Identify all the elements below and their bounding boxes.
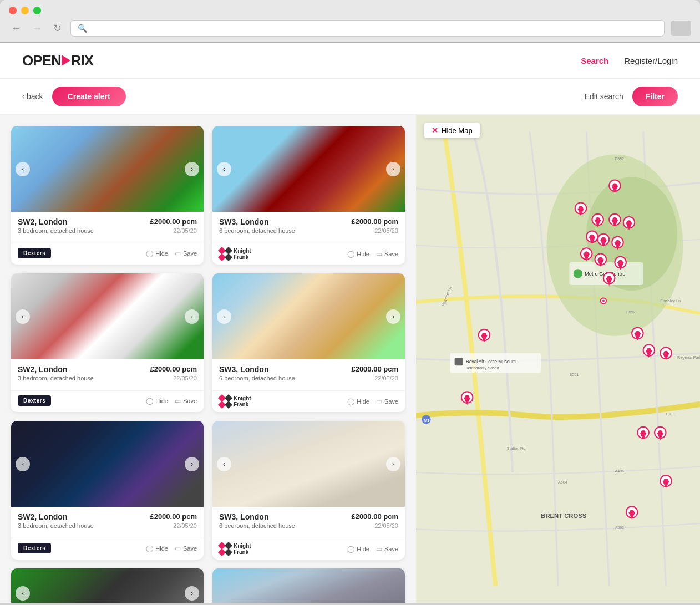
card-prev-button[interactable]: ‹: [217, 162, 231, 176]
card-prev-button[interactable]: ‹: [217, 457, 231, 471]
hide-button[interactable]: ◯ Hide: [146, 545, 168, 552]
svg-point-74: [663, 351, 668, 355]
svg-text:M1: M1: [424, 419, 429, 423]
kf-text: KnightFrank: [234, 395, 251, 408]
card-details: 6 bedroom, detached house: [219, 522, 295, 529]
save-button[interactable]: ▭ Save: [175, 250, 197, 257]
card-next-button[interactable]: ›: [386, 309, 400, 324]
address-bar[interactable]: 🔍: [70, 20, 665, 37]
traffic-lights: [9, 7, 691, 14]
back-label: back: [27, 92, 43, 101]
save-button[interactable]: ▭ Save: [175, 545, 197, 552]
svg-point-35: [596, 217, 600, 222]
toolbar: ‹ back Create alert Edit search Filter: [0, 79, 700, 115]
card-next-button[interactable]: ›: [386, 162, 400, 176]
browser-chrome: ← → ↻ 🔍: [0, 0, 700, 42]
card-next-button[interactable]: ›: [185, 309, 199, 324]
card-actions: ◯ Hide ▭ Save: [146, 545, 197, 552]
nav-search-link[interactable]: Search: [581, 56, 608, 65]
svg-point-80: [641, 430, 646, 435]
card-prev-button[interactable]: ‹: [16, 457, 30, 471]
card-next-button[interactable]: ›: [386, 457, 400, 471]
card-prev-button[interactable]: ‹: [16, 586, 30, 601]
svg-text:BRENT CROSS: BRENT CROSS: [541, 512, 586, 519]
svg-point-65: [482, 333, 486, 337]
card-prev-button[interactable]: ‹: [217, 309, 231, 324]
hide-button[interactable]: ◯ Hide: [146, 397, 168, 405]
property-card: ‹ › SW3, London £2000.00 pcm 6 bedroom, …: [212, 126, 405, 265]
forward-nav-button[interactable]: →: [30, 21, 44, 37]
card-actions: ◯ Hide ▭ Save: [146, 397, 197, 405]
svg-point-44: [590, 235, 594, 239]
card-details: 6 bedroom, detached house: [219, 375, 295, 382]
logo-open: OPEN: [22, 52, 61, 69]
agent-badge: Dexters: [18, 543, 51, 553]
kf-text: KnightFrank: [234, 248, 251, 260]
svg-point-83: [658, 430, 662, 435]
card-next-button[interactable]: ›: [185, 457, 199, 471]
close-button[interactable]: [9, 7, 17, 14]
reload-button[interactable]: ↻: [51, 20, 64, 37]
partial-card-image-8: [212, 568, 405, 603]
header: OPENRIX Search Register/Login: [0, 43, 700, 79]
card-details: 6 bedroom, detached house: [219, 227, 295, 234]
property-card: ‹ › SW2, London £2000.00 pcm 3 bedroom, …: [11, 273, 204, 412]
header-nav: Search Register/Login: [581, 56, 678, 65]
kf-diamond-4: [225, 401, 232, 409]
bookmark-icon: ▭: [175, 250, 181, 257]
hide-button[interactable]: ◯ Hide: [146, 250, 168, 257]
svg-text:Finchley Ln: Finchley Ln: [660, 299, 681, 303]
card-info-row: SW3, London £2000.00 pcm: [219, 365, 398, 374]
card-details: 3 bedroom, detached house: [18, 227, 94, 234]
edit-search-link[interactable]: Edit search: [585, 92, 623, 101]
svg-point-86: [663, 479, 668, 483]
card-next-button[interactable]: ›: [185, 586, 199, 601]
logo: OPENRIX: [22, 52, 93, 69]
card-date: 22/05/20: [374, 375, 398, 382]
card-body: SW3, London £2000.00 pcm 6 bedroom, deta…: [212, 359, 405, 388]
card-image-5: ‹ ›: [11, 421, 204, 507]
hide-button[interactable]: ◯ Hide: [347, 250, 369, 258]
hide-map-button[interactable]: ✕ Hide Map: [424, 123, 480, 138]
map-svg: Metro Golf Centre Royal Air Force Museum…: [416, 115, 700, 603]
card-details-row: 3 bedroom, detached house 22/05/20: [18, 522, 197, 529]
create-alert-button[interactable]: Create alert: [52, 87, 126, 106]
save-button[interactable]: ▭ Save: [175, 397, 197, 405]
map-panel: ✕ Hide Map: [416, 115, 700, 603]
agent-badge-kf: KnightFrank: [219, 543, 251, 555]
card-actions: ◯ Hide ▭ Save: [347, 398, 398, 405]
property-card: ‹ › SW2, London £2000.00 pcm 3 bedroom, …: [11, 126, 204, 265]
svg-text:B551: B551: [569, 373, 579, 377]
save-button[interactable]: ▭ Save: [376, 398, 398, 405]
hide-label: Hide: [155, 250, 168, 257]
svg-point-77: [465, 395, 469, 400]
card-details-row: 3 bedroom, detached house 22/05/20: [18, 375, 197, 382]
card-prev-button[interactable]: ‹: [16, 162, 30, 176]
save-button[interactable]: ▭ Save: [376, 545, 398, 553]
card-info-row: SW3, London £2000.00 pcm: [219, 217, 398, 226]
hide-button[interactable]: ◯ Hide: [347, 398, 369, 405]
nav-login-link[interactable]: Register/Login: [624, 56, 678, 65]
hide-button[interactable]: ◯ Hide: [347, 545, 369, 553]
back-nav-button[interactable]: ←: [9, 21, 23, 37]
card-next-button[interactable]: ›: [185, 162, 199, 176]
property-card: ‹ › SW3, London £2000.00 pcm 6 bedroom, …: [212, 421, 405, 560]
hide-label: Hide: [357, 251, 369, 257]
maximize-button[interactable]: [33, 7, 41, 14]
svg-point-53: [584, 251, 589, 256]
close-icon: ✕: [432, 126, 438, 135]
back-link[interactable]: ‹ back: [22, 92, 43, 101]
browser-action-button[interactable]: [671, 21, 691, 36]
minimize-button[interactable]: [21, 7, 29, 14]
card-price: £2000.00 pcm: [150, 365, 197, 373]
partial-property-card: [212, 568, 405, 603]
partial-property-card: ‹ ›: [11, 568, 204, 603]
svg-point-59: [618, 260, 623, 265]
logo-triangle-icon: [62, 55, 70, 66]
card-price: £2000.00 pcm: [351, 217, 398, 226]
filter-button[interactable]: Filter: [632, 87, 678, 106]
bookmark-icon: ▭: [376, 545, 382, 553]
card-footer: KnightFrank ◯ Hide ▭ Save: [212, 538, 405, 560]
card-prev-button[interactable]: ‹: [16, 309, 30, 324]
save-button[interactable]: ▭ Save: [376, 250, 398, 258]
